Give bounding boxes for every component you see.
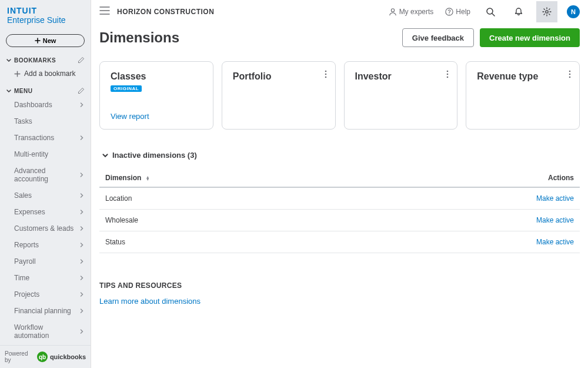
create-dimension-button[interactable]: Create new dimension [480, 28, 580, 47]
inactive-table: Dimension ▲▼ Actions LocationMake active… [99, 169, 580, 253]
sidebar-item-label: Transactions [14, 134, 54, 142]
person-icon [389, 8, 397, 16]
chevron-right-icon [79, 135, 85, 141]
make-active-link[interactable]: Make active [536, 238, 574, 246]
kebab-icon [446, 70, 449, 78]
card-menu-button[interactable] [569, 70, 571, 81]
card-menu-button[interactable] [446, 70, 449, 81]
my-experts-link[interactable]: My experts [386, 8, 436, 16]
tips-heading: TIPS AND RESOURCES [99, 281, 580, 290]
chevron-down-icon [6, 57, 12, 63]
sort-icon: ▲▼ [146, 176, 150, 181]
learn-more-link[interactable]: Learn more about dimensions [99, 297, 201, 306]
make-active-link[interactable]: Make active [536, 216, 574, 224]
svg-point-6 [325, 77, 326, 78]
sidebar-item[interactable]: Time [0, 270, 91, 286]
sidebar-item[interactable]: Workflow automation [0, 319, 91, 344]
add-bookmark[interactable]: Add a bookmark [0, 66, 91, 84]
card-title: Investor [355, 71, 447, 82]
sidebar-item[interactable]: Expenses [0, 204, 91, 220]
bell-icon [514, 7, 523, 16]
topbar: HORIZON CONSTRUCTION My experts Help N [91, 0, 588, 24]
sidebar-item[interactable]: Dashboards [0, 97, 91, 113]
content: Dimensions Give feedback Create new dime… [91, 24, 588, 368]
svg-point-9 [447, 77, 449, 78]
my-experts-label: My experts [399, 8, 434, 16]
pencil-icon[interactable] [78, 87, 85, 94]
card-menu-button[interactable] [325, 70, 327, 81]
dimension-name: Wholesale [99, 210, 355, 231]
sidebar-item[interactable]: Financial planning [0, 303, 91, 319]
sidebar-item-label: Sales [14, 191, 32, 200]
sidebar-item[interactable]: Reports [0, 237, 91, 253]
chevron-down-icon [6, 88, 12, 94]
sidebar-item-label: Financial planning [14, 307, 71, 315]
sidebar-item[interactable]: Customers & leads [0, 220, 91, 237]
svg-point-0 [391, 9, 394, 12]
dimension-card[interactable]: Revenue type [466, 61, 580, 130]
sidebar-item[interactable]: Multi-entity [0, 146, 91, 163]
menu-label: MENU [14, 88, 32, 94]
plus-icon [35, 38, 41, 44]
chevron-right-icon [79, 209, 85, 215]
help-link[interactable]: Help [443, 8, 473, 16]
col-actions: Actions [355, 169, 580, 187]
pencil-icon[interactable] [78, 57, 85, 64]
dimension-cards: ClassesORIGINALView reportPortfolioInves… [99, 61, 580, 130]
chevron-right-icon [79, 258, 85, 264]
tips-section: TIPS AND RESOURCES Learn more about dime… [99, 281, 580, 306]
svg-point-5 [325, 74, 326, 75]
page-header: Dimensions Give feedback Create new dime… [99, 28, 580, 47]
svg-point-8 [447, 74, 449, 75]
hamburger-icon[interactable] [99, 6, 110, 17]
chevron-right-icon [79, 291, 85, 297]
svg-point-12 [569, 77, 571, 78]
search-button[interactable] [480, 1, 501, 22]
sidebar-item[interactable]: Transactions [0, 130, 91, 146]
sidebar-item[interactable]: Sales [0, 187, 91, 204]
col-dimension[interactable]: Dimension ▲▼ [99, 169, 355, 187]
give-feedback-button[interactable]: Give feedback [402, 28, 474, 47]
company-name: HORIZON CONSTRUCTION [117, 8, 214, 16]
sidebar-item[interactable]: Payroll [0, 253, 91, 270]
card-title: Revenue type [477, 71, 569, 82]
sidebar-item[interactable]: Advanced accounting [0, 163, 91, 187]
sidebar-item-label: Multi-entity [14, 150, 48, 158]
chevron-right-icon [79, 329, 85, 334]
quickbooks-icon: qb [37, 352, 48, 362]
chevron-right-icon [79, 226, 85, 231]
new-button-label: New [43, 37, 56, 44]
make-active-link[interactable]: Make active [536, 194, 574, 203]
brand-intuit: INTUIT [7, 6, 83, 15]
sidebar-item-label: Workflow automation [14, 323, 79, 340]
inactive-dimensions-toggle[interactable]: Inactive dimensions (3) [99, 147, 580, 169]
settings-button[interactable] [536, 1, 557, 22]
dimension-card[interactable]: Portfolio [222, 61, 336, 130]
sidebar-item-label: Reports [14, 241, 39, 249]
sidebar: INTUIT Enterprise Suite New BOOKMARKS Ad… [0, 0, 91, 368]
sidebar-item-label: Customers & leads [14, 224, 74, 233]
sidebar-item-label: Expenses [14, 208, 45, 216]
new-button[interactable]: New [6, 34, 85, 47]
svg-point-11 [569, 74, 571, 75]
search-icon [486, 7, 495, 16]
dimension-card[interactable]: ClassesORIGINALView report [99, 61, 213, 130]
bookmarks-header[interactable]: BOOKMARKS [0, 53, 91, 66]
inactive-heading-label: Inactive dimensions (3) [112, 151, 197, 160]
notifications-button[interactable] [508, 1, 529, 22]
user-avatar[interactable]: N [567, 5, 580, 18]
sidebar-item-label: Dashboards [14, 101, 52, 109]
help-icon [445, 8, 453, 16]
table-row: LocationMake active [99, 187, 580, 210]
sidebar-item[interactable]: Tasks [0, 113, 91, 130]
brand-block: INTUIT Enterprise Suite [0, 0, 91, 29]
dimension-card[interactable]: Investor [344, 61, 458, 130]
view-report-link[interactable]: View report [111, 112, 149, 121]
dimension-name: Status [99, 231, 355, 253]
sidebar-item-label: Time [14, 274, 29, 282]
sidebar-item[interactable]: Projects [0, 286, 91, 303]
menu-items: DashboardsTasksTransactionsMulti-entityA… [0, 97, 91, 345]
menu-header[interactable]: MENU [0, 84, 91, 97]
quickbooks-text: quickbooks [50, 353, 86, 360]
sidebar-item-label: Advanced accounting [14, 167, 79, 183]
